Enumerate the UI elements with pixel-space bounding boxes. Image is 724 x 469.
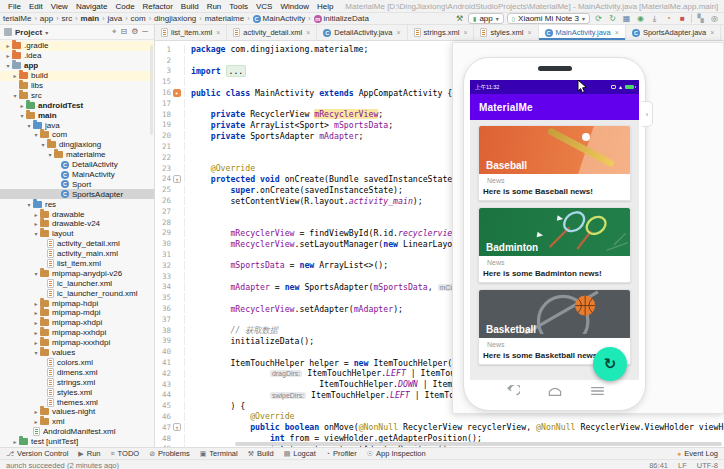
tree-item[interactable]: ▸drawable (0, 209, 154, 219)
tree-item[interactable]: CMainActivity (0, 170, 154, 180)
menu-item-help[interactable]: Help (313, 2, 337, 11)
panel-collapse-handle[interactable]: › (642, 101, 653, 127)
override-icon[interactable]: ↑ (173, 423, 181, 431)
tree-item[interactable]: ▸mipmap-mdpi (0, 308, 154, 318)
tree-toggle-icon[interactable]: ▾ (46, 151, 54, 158)
sport-card-badminton[interactable]: BadmintonNewsHere is some Badminton news… (478, 207, 631, 283)
tree-item[interactable]: ▾src (0, 90, 154, 100)
menu-item-view[interactable]: View (47, 2, 72, 11)
hammer-icon[interactable]: ⚒ (454, 13, 465, 24)
tree-toggle-icon[interactable]: ▾ (32, 230, 40, 237)
tree-item[interactable]: ▸xml (0, 417, 154, 427)
tree-item[interactable]: ▸.idea (0, 51, 154, 61)
file-encoding[interactable]: UTF-8 (697, 461, 718, 469)
tree-toggle-icon[interactable]: ▾ (25, 122, 33, 129)
close-icon[interactable]: × (306, 29, 310, 36)
tree-item[interactable]: ▾materialme (0, 150, 154, 160)
tree-toggle-icon[interactable]: ▸ (18, 102, 26, 109)
tree-item[interactable]: ▸mipmap-xxhdpi (0, 328, 154, 338)
menu-item-navigate[interactable]: Navigate (72, 2, 112, 11)
tree-toggle-icon[interactable]: ▾ (25, 201, 33, 208)
tree-item[interactable]: libs (0, 81, 154, 91)
tree-item[interactable]: ic_launcher.xml (0, 278, 154, 288)
horizontal-scrollbar[interactable] (235, 442, 722, 446)
editor-tab[interactable]: list_item.xml× (155, 25, 227, 40)
menu-item-refactor[interactable]: Refactor (139, 2, 177, 11)
breadcrumb-item[interactable]: app (39, 14, 54, 23)
tree-item[interactable]: strings.xml (0, 377, 154, 387)
breadcrumb-item[interactable]: src (61, 14, 74, 23)
tree-item[interactable]: ▸values-night (0, 407, 154, 417)
tree-item[interactable]: ▸test [unitTest] (0, 437, 154, 447)
tree-toggle-icon[interactable]: ▾ (32, 270, 40, 277)
tree-toggle-icon[interactable]: ▾ (39, 141, 47, 148)
tool-window-button-terminal[interactable]: ▣Terminal (200, 449, 238, 458)
breadcrumb-item[interactable]: dingjiaxiong (153, 14, 197, 23)
avd-manager-icon[interactable]: ▚ (695, 13, 706, 24)
tool-window-button-run[interactable]: ▶Run (78, 449, 100, 458)
tree-item[interactable]: themes.xml (0, 397, 154, 407)
breadcrumb-item[interactable]: com (130, 14, 147, 23)
tree-toggle-icon[interactable]: ▸ (32, 319, 40, 326)
menu-button[interactable] (590, 385, 605, 397)
sync-icon[interactable]: ↻ (607, 13, 618, 24)
tree-item[interactable]: ▸mipmap-xhdpi (0, 318, 154, 328)
tool-window-button-app-inspection[interactable]: ☉App Inspection (367, 449, 426, 458)
device-selector[interactable]: ▯ Xiaomi Mi Note 3 ▾ (507, 13, 590, 24)
tree-item[interactable]: colors.xml (0, 358, 154, 368)
sport-card-baseball[interactable]: BaseballNewsHere is some Baseball news! (478, 125, 631, 201)
close-icon[interactable]: × (527, 29, 531, 36)
event-log-button[interactable]: ●Event Log (677, 449, 718, 458)
tree-toggle-icon[interactable]: ▾ (4, 62, 12, 69)
tree-item[interactable]: ▾dingjiaxiong (0, 140, 154, 150)
menu-item-code[interactable]: Code (111, 2, 138, 11)
code-line[interactable]: 47↑ public boolean onMove(@NonNull Recyc… (155, 422, 724, 433)
tree-toggle-icon[interactable]: ▸ (11, 72, 19, 79)
tree-toggle-icon[interactable]: ▸ (32, 408, 40, 415)
tree-item[interactable]: ▾layout (0, 229, 154, 239)
tree-item[interactable]: ▾mipmap-anydpi-v26 (0, 268, 154, 278)
back-button[interactable] (504, 385, 520, 397)
profiler-icon[interactable]: ◔ (663, 13, 674, 24)
tree-toggle-icon[interactable]: ▸ (32, 300, 40, 307)
editor-tab[interactable]: styles.xml× (474, 25, 538, 40)
tree-toggle-icon[interactable]: ▾ (32, 349, 40, 356)
tree-toggle-icon[interactable]: ▾ (18, 112, 26, 119)
close-icon[interactable]: × (710, 29, 714, 36)
close-icon[interactable]: × (216, 29, 220, 36)
breadcrumb-item[interactable]: CMainActivity (252, 14, 307, 23)
tool-window-button-todo[interactable]: ≡TODO (111, 449, 140, 458)
caret-position[interactable]: 86:41 (649, 461, 668, 469)
tree-item[interactable]: CSport (0, 179, 154, 189)
tree-item[interactable]: styles.xml (0, 387, 154, 397)
breadcrumb-item[interactable]: java (107, 14, 124, 23)
tree-toggle-icon[interactable]: ▸ (32, 329, 40, 336)
collapse-all-icon[interactable]: ⊟ (118, 27, 129, 36)
breadcrumb-item[interactable]: minitializeData (313, 14, 370, 23)
tree-item[interactable]: ▾main (0, 110, 154, 120)
tree-item[interactable]: ▾com (0, 130, 154, 140)
close-icon[interactable]: × (396, 29, 400, 36)
tree-item[interactable]: AndroidManifest.xml (0, 427, 154, 437)
tool-window-button-version-control[interactable]: ⎇Version Control (6, 449, 68, 458)
breadcrumb-item[interactable]: main (80, 14, 101, 23)
tree-item[interactable]: ▸drawable-v24 (0, 219, 154, 229)
tree-toggle-icon[interactable]: ▾ (32, 131, 40, 138)
tree-item[interactable]: ▾values (0, 348, 154, 358)
layout-inspector-icon[interactable]: ▦ (621, 13, 632, 24)
tool-window-button-profiler[interactable]: ◔Profiler (326, 449, 357, 458)
line-ending[interactable]: LF (678, 461, 687, 469)
tree-item[interactable]: activity_detail.xml (0, 239, 154, 249)
search-icon[interactable]: ◎ (709, 13, 720, 24)
close-icon[interactable]: × (463, 29, 467, 36)
tree-toggle-icon[interactable]: ▸ (4, 52, 12, 59)
tree-toggle-icon[interactable]: ▸ (32, 220, 40, 227)
editor-tab[interactable]: CSportsAdapter.java× (626, 25, 721, 40)
sync-run-icon[interactable]: ⟳ (593, 13, 604, 24)
menu-item-tools[interactable]: Tools (225, 2, 252, 11)
refresh-fab[interactable]: ↻ (593, 347, 627, 381)
run-class-icon[interactable]: ▸ (173, 89, 181, 97)
tree-toggle-icon[interactable]: ▾ (11, 92, 19, 99)
tree-toggle-icon[interactable]: ▸ (11, 438, 19, 445)
run-config-selector[interactable]: ▮ app ▾ (468, 13, 504, 24)
